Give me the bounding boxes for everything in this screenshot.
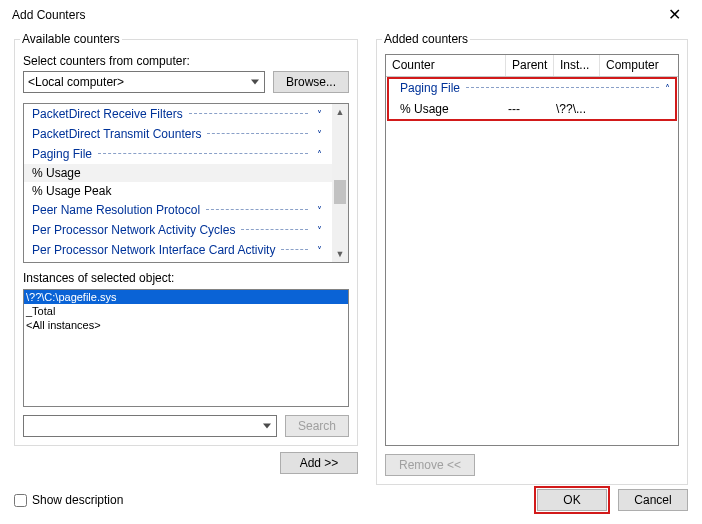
counter-categories-inner: PacketDirect Receive Filters ˅ PacketDir… bbox=[24, 104, 332, 262]
added-group-label: Paging File bbox=[400, 81, 460, 95]
dash-line bbox=[207, 133, 308, 134]
counter-category[interactable]: PacketDirect Receive Filters ˅ bbox=[24, 104, 332, 124]
close-icon[interactable]: ✕ bbox=[654, 8, 694, 22]
available-counters-group: Available counters Select counters from … bbox=[14, 32, 358, 446]
added-counters-group: Added counters Counter Parent Inst... Co… bbox=[376, 32, 688, 485]
left-column: Available counters Select counters from … bbox=[14, 32, 358, 485]
counter-leaf[interactable]: % Usage bbox=[24, 164, 332, 182]
col-computer[interactable]: Computer bbox=[600, 55, 678, 76]
add-button[interactable]: Add >> bbox=[280, 452, 358, 474]
added-counters-table[interactable]: Counter Parent Inst... Computer Paging F… bbox=[385, 54, 679, 446]
instance-text: \??\C:\pagefile.sys bbox=[26, 291, 117, 303]
chevron-up-icon[interactable]: ˄ bbox=[314, 149, 324, 160]
remove-button[interactable]: Remove << bbox=[385, 454, 475, 476]
counter-category[interactable]: Per Processor Network Interface Card Act… bbox=[24, 240, 332, 260]
counter-category-expanded[interactable]: Paging File ˄ bbox=[24, 144, 332, 164]
chevron-up-icon[interactable]: ˄ bbox=[665, 83, 670, 94]
scroll-up-icon[interactable]: ▲ bbox=[332, 104, 348, 120]
dash-line bbox=[206, 209, 308, 210]
cell-parent: --- bbox=[508, 102, 556, 116]
scroll-down-icon[interactable]: ▼ bbox=[332, 246, 348, 262]
leaf-label: % Usage Peak bbox=[32, 184, 111, 198]
category-label: Peer Name Resolution Protocol bbox=[32, 203, 200, 217]
available-counters-legend: Available counters bbox=[20, 32, 122, 46]
counter-category[interactable]: Per Processor Network Activity Cycles ˅ bbox=[24, 220, 332, 240]
cell-inst: \??\... bbox=[556, 102, 608, 116]
dialog-buttons: OK Cancel bbox=[534, 486, 688, 514]
instance-text: _Total bbox=[26, 305, 55, 317]
computer-combo[interactable] bbox=[23, 71, 265, 93]
col-parent[interactable]: Parent bbox=[506, 55, 554, 76]
show-description-checkbox[interactable]: Show description bbox=[14, 493, 123, 507]
table-body: Paging File ˄ % Usage --- \??\... bbox=[386, 77, 678, 119]
search-combo-wrap bbox=[23, 415, 277, 437]
added-data-row[interactable]: % Usage --- \??\... bbox=[386, 99, 678, 119]
dialog-content: Available counters Select counters from … bbox=[0, 28, 702, 485]
scroll-thumb[interactable] bbox=[334, 180, 346, 204]
instance-item[interactable]: <All instances> bbox=[24, 318, 348, 332]
category-label: PacketDirect Receive Filters bbox=[32, 107, 183, 121]
category-label: PacketDirect Transmit Counters bbox=[32, 127, 201, 141]
show-description-input[interactable] bbox=[14, 494, 27, 507]
chevron-down-icon[interactable]: ˅ bbox=[314, 225, 324, 236]
remove-row: Remove << bbox=[385, 454, 679, 476]
title-bar: Add Counters ✕ bbox=[0, 0, 702, 28]
scrollbar[interactable]: ▲ ▼ bbox=[332, 104, 348, 262]
dash-line bbox=[466, 87, 659, 88]
search-button[interactable]: Search bbox=[285, 415, 349, 437]
computer-combo-wrap bbox=[23, 71, 265, 93]
computer-row: Browse... bbox=[23, 71, 349, 93]
cell-counter: % Usage bbox=[400, 102, 508, 116]
instance-item-selected[interactable]: \??\C:\pagefile.sys bbox=[24, 290, 348, 304]
chevron-down-icon[interactable]: ˅ bbox=[314, 109, 324, 120]
browse-button[interactable]: Browse... bbox=[273, 71, 349, 93]
table-header: Counter Parent Inst... Computer bbox=[386, 55, 678, 77]
instance-item[interactable]: _Total bbox=[24, 304, 348, 318]
category-label: Per Processor Network Activity Cycles bbox=[32, 223, 235, 237]
window-title: Add Counters bbox=[12, 8, 85, 22]
dash-line bbox=[189, 113, 308, 114]
chevron-down-icon[interactable]: ˅ bbox=[314, 245, 324, 256]
col-counter[interactable]: Counter bbox=[386, 55, 506, 76]
instance-text: <All instances> bbox=[26, 319, 101, 331]
cancel-button[interactable]: Cancel bbox=[618, 489, 688, 511]
instances-list[interactable]: \??\C:\pagefile.sys _Total <All instance… bbox=[23, 289, 349, 407]
search-input[interactable] bbox=[23, 415, 277, 437]
col-inst[interactable]: Inst... bbox=[554, 55, 600, 76]
instances-inner: \??\C:\pagefile.sys _Total <All instance… bbox=[24, 290, 348, 406]
dash-line bbox=[281, 249, 308, 250]
ok-button[interactable]: OK bbox=[537, 489, 607, 511]
category-label: Paging File bbox=[32, 147, 92, 161]
search-row: Search bbox=[23, 415, 349, 437]
ok-highlight: OK bbox=[534, 486, 610, 514]
add-row: Add >> bbox=[14, 452, 358, 474]
bottom-bar: Show description OK Cancel bbox=[0, 486, 702, 514]
leaf-label: % Usage bbox=[32, 166, 81, 180]
computer-label: Select counters from computer: bbox=[23, 54, 349, 68]
added-group-row[interactable]: Paging File ˄ bbox=[386, 77, 678, 99]
instances-label: Instances of selected object: bbox=[23, 271, 349, 285]
chevron-down-icon[interactable]: ˅ bbox=[314, 129, 324, 140]
added-counters-legend: Added counters bbox=[382, 32, 470, 46]
right-column: Added counters Counter Parent Inst... Co… bbox=[376, 32, 688, 485]
show-description-label: Show description bbox=[32, 493, 123, 507]
counter-category[interactable]: Peer Name Resolution Protocol ˅ bbox=[24, 200, 332, 220]
counter-categories-list[interactable]: PacketDirect Receive Filters ˅ PacketDir… bbox=[23, 103, 349, 263]
counter-category[interactable]: PacketDirect Transmit Counters ˅ bbox=[24, 124, 332, 144]
chevron-down-icon[interactable]: ˅ bbox=[314, 205, 324, 216]
category-label: Per Processor Network Interface Card Act… bbox=[32, 243, 275, 257]
counter-leaf[interactable]: % Usage Peak bbox=[24, 182, 332, 200]
dash-line bbox=[241, 229, 308, 230]
dash-line bbox=[98, 153, 308, 154]
